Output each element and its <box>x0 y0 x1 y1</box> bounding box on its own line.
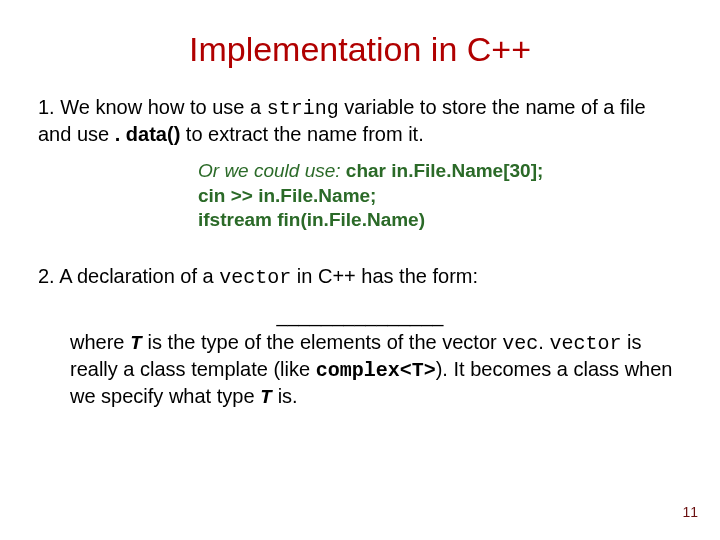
where-T2: T <box>260 386 272 409</box>
green-line-3: ifstream fin(in.File.Name) <box>198 208 682 232</box>
where-vec: vec <box>502 332 538 355</box>
code-vector: vector <box>219 266 291 289</box>
item-2: 2. A declaration of a vector in C++ has … <box>38 264 682 291</box>
where-T1: T <box>130 332 142 355</box>
where-block: where T is the type of the elements of t… <box>70 330 682 410</box>
green-note: Or we could use: char in.File.Name[30]; … <box>198 159 682 232</box>
green-line-1a: Or we could use: <box>198 160 346 181</box>
item-2-text-b: in C++ has the form: <box>291 265 478 287</box>
blank-line: _______________ <box>38 303 682 329</box>
slide: Implementation in C++ 1. We know how to … <box>0 0 720 540</box>
green-line-2: cin >> in.File.Name; <box>198 184 682 208</box>
code-data: . data() <box>115 123 181 145</box>
green-line-1b: char in.File.Name[30]; <box>346 160 543 181</box>
where-vector: vector <box>549 332 621 355</box>
slide-title: Implementation in C++ <box>38 30 682 69</box>
where-f: is. <box>272 385 298 407</box>
where-b: is the type of the elements of the vecto… <box>142 331 502 353</box>
slide-body: 1. We know how to use a string variable … <box>38 95 682 410</box>
item-1: 1. We know how to use a string variable … <box>38 95 682 147</box>
item-1-text-c: to extract the name from it. <box>180 123 423 145</box>
page-number: 11 <box>682 504 698 520</box>
item-2-number: 2. <box>38 265 55 287</box>
where-c: . <box>538 331 549 353</box>
where-a: where <box>70 331 130 353</box>
item-1-text-a: We know how to use a <box>55 96 267 118</box>
item-1-number: 1. <box>38 96 55 118</box>
green-line-1: Or we could use: char in.File.Name[30]; <box>198 159 682 183</box>
item-2-text-a: A declaration of a <box>55 265 220 287</box>
code-string: string <box>267 97 339 120</box>
where-complex: complex<T> <box>316 359 436 382</box>
